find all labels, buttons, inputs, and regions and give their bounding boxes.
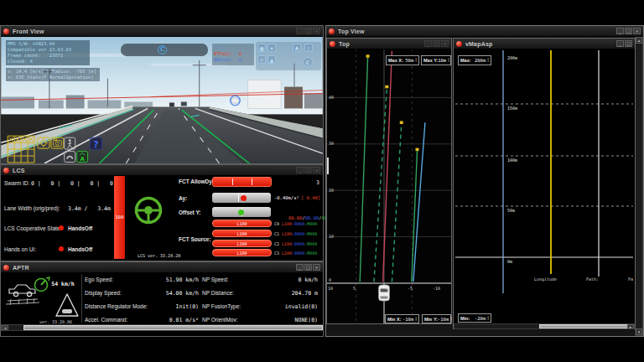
max-x-spinner[interactable]: Max X: 50m ▴▾ <box>386 55 419 65</box>
scrollbar-thumb[interactable] <box>539 324 628 328</box>
app-icon <box>3 168 9 173</box>
window-buttons[interactable]: _ □ × <box>424 40 449 47</box>
fct-source-bar-2: L100 <box>212 240 272 247</box>
top-view-title: Top View <box>338 28 365 34</box>
vmap-plot <box>454 39 635 328</box>
channel-row: C3 L100:0000:M000 <box>274 251 317 256</box>
close-icon[interactable]: × <box>441 40 449 47</box>
lane-width-value: 3.4m / 3.4m <box>68 205 111 212</box>
horizontal-scrollbar[interactable]: ◂ <box>1 324 323 331</box>
hud-status-line: +: EVE_State(P_NormalOperation) <box>8 75 98 80</box>
hud-counter-line: #Bench: 0 <box>214 57 252 64</box>
x-tick: -5 <box>408 286 413 291</box>
min-y-spinner[interactable]: Min Y: -10m ▴▾ <box>422 314 451 323</box>
minimize-icon[interactable]: _ <box>296 167 304 173</box>
x-tick: 0 <box>386 286 388 291</box>
ay-extra-value: [ 0.40] <box>301 195 320 200</box>
ay-indicator-dot <box>241 195 247 201</box>
spinner-arrows-icon[interactable]: ▴▾ <box>415 317 417 322</box>
channel-row: C1 L100:0000:M000 <box>274 231 317 236</box>
series-label-path: Path: <box>586 277 599 282</box>
minimize-icon[interactable]: _ <box>296 264 304 271</box>
mountain-icon[interactable]: ▲ <box>267 55 276 64</box>
scroll-right-arrow[interactable]: ▸ <box>627 324 634 328</box>
scroll-up-arrow[interactable]: ▴ <box>636 37 642 44</box>
minimize-icon[interactable]: _ <box>616 28 624 34</box>
maximize-icon[interactable]: □ <box>433 40 440 47</box>
app-icon <box>330 41 335 47</box>
table-row: Display Speed: 54.00 km/h NP Distance: 2… <box>85 290 319 298</box>
c-button[interactable]: C <box>303 57 313 67</box>
lcs-titlebar[interactable]: LCS _ □ × <box>1 165 323 176</box>
topview-endpoint-marker <box>385 85 388 89</box>
swarm-id-label: Swarm ID: <box>4 180 29 186</box>
spinner-arrows-icon[interactable]: ▴▾ <box>415 58 417 63</box>
maximize-icon[interactable]: □ <box>304 264 312 271</box>
hud-status-box: v: 14.4 [m/s] | Radius: -705 [m] +: EVE_… <box>6 68 100 81</box>
grid-label: 0m <box>507 259 512 264</box>
minimize-icon[interactable]: _ <box>296 28 304 34</box>
maximize-icon[interactable]: □ <box>625 28 632 34</box>
hud-info-line: Compatible ver 23.03.03 <box>8 47 88 53</box>
vmap-titlebar[interactable]: vMapAsp _ □ <box>454 39 635 49</box>
aptr-titlebar[interactable]: APTR _ □ × <box>1 262 323 273</box>
offset-y-indicator-dot <box>238 209 244 215</box>
close-icon[interactable]: × <box>633 28 641 34</box>
max-y-spinner[interactable]: Max Y: 10m ▴▾ <box>421 55 451 65</box>
window-buttons[interactable]: _ □ × <box>616 28 641 34</box>
battery-icon[interactable]: ▯ <box>304 44 313 52</box>
offset-y-bar <box>212 207 271 217</box>
ay-label: Ay: <box>179 195 187 201</box>
auto-icon[interactable]: A <box>293 44 301 52</box>
minimize-icon[interactable]: _ <box>616 40 624 47</box>
min-x-spinner[interactable]: Min X: -10m ▴▾ <box>385 314 419 323</box>
camera-view: A ? MMS S/W: vSN23.04 Compatible ver 23.… <box>1 35 323 163</box>
top-plot-window: Top _ □ × 40 30 20 10 0 10 5 0 -5 -10 Ma… <box>326 38 452 324</box>
topview-plot <box>327 39 451 323</box>
lane-assist-icon[interactable]: A <box>77 152 88 163</box>
window-buttons[interactable]: _ □ <box>616 40 632 47</box>
maximize-icon[interactable]: □ <box>304 167 312 173</box>
series-label-clipped: Pa <box>628 277 633 282</box>
offset-mid: 00.00 <box>305 215 319 220</box>
vertical-scrollbar[interactable]: ▴ ▾ <box>635 36 643 336</box>
window-buttons[interactable]: _ □ × <box>296 167 320 173</box>
vmap-horizontal-scrollbar[interactable]: ▸ <box>454 323 635 329</box>
coop-state-value: HandsOff <box>68 225 92 231</box>
help-icon[interactable]: ? <box>91 137 102 149</box>
aptr-window: APTR _ □ × <box>0 261 324 337</box>
top-plot-titlebar[interactable]: Top _ □ × <box>327 39 451 49</box>
spinner-arrows-icon[interactable]: ▴▾ <box>448 58 449 63</box>
maximize-icon[interactable]: □ <box>625 40 632 47</box>
scroll-down-arrow[interactable]: ▾ <box>636 328 642 335</box>
sun-icon[interactable]: ☼ <box>257 55 266 64</box>
scroll-left-arrow[interactable]: ◂ <box>2 325 8 330</box>
hud-info-line: Closed: 4 <box>8 59 88 65</box>
y-tick: 30 <box>329 141 334 146</box>
close-icon[interactable]: × <box>313 28 320 34</box>
x-tick: 10 <box>328 286 333 291</box>
window-buttons[interactable]: _ □ × <box>296 264 320 271</box>
lcs-window: LCS _ □ × Swarm ID: 0 | 0 | 0 | 0 | 0 La… <box>0 164 324 261</box>
steering-wheel-icon <box>133 195 164 225</box>
close-icon[interactable]: × <box>313 167 320 173</box>
confidence-gauge: 100 <box>114 176 125 259</box>
top-view-titlebar[interactable]: Top View _ □ × <box>326 26 643 37</box>
window-buttons[interactable]: _ □ × <box>296 28 320 34</box>
front-view-titlebar[interactable]: Front View _ □ × <box>1 26 323 37</box>
topview-endpoint-marker <box>400 121 403 124</box>
spinner-arrows-icon[interactable]: ▴▾ <box>450 317 452 322</box>
vmap-max-spinner[interactable]: Max: 200m ▴▾ <box>458 55 491 65</box>
close-icon[interactable]: × <box>313 264 320 271</box>
list-icon[interactable]: ▦ <box>257 44 266 52</box>
minimize-icon[interactable]: _ <box>424 40 432 47</box>
maximize-icon[interactable]: □ <box>304 28 312 34</box>
hands-on-ui-label: Hands on UI: <box>4 246 36 252</box>
front-view-title: Front View <box>13 28 44 34</box>
vmap-min-spinner[interactable]: Min: -20m ▴▾ <box>458 313 491 323</box>
spinner-arrows-icon[interactable]: ▴▾ <box>487 58 489 63</box>
spinner-arrows-icon[interactable]: ▴▾ <box>487 316 489 321</box>
speed-badge: 54 km/h <box>48 281 78 287</box>
scrollbar-thumb[interactable] <box>23 325 323 330</box>
star-icon[interactable]: ✶ <box>267 44 276 52</box>
